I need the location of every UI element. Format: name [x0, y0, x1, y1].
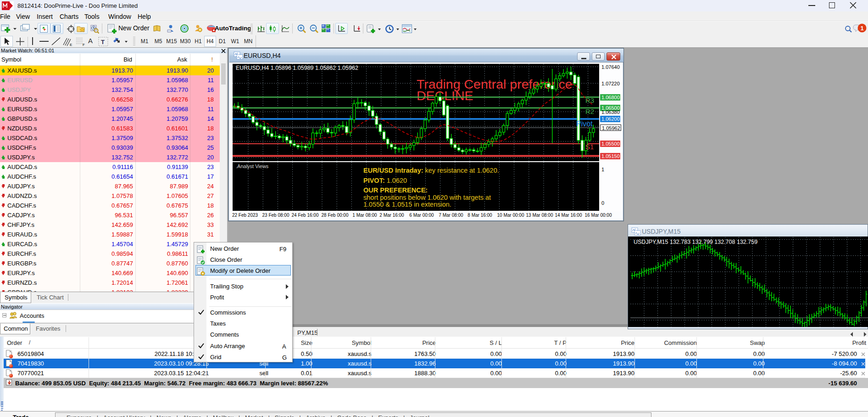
svg-text:short positions below 1.0620 w: short positions below 1.0620 with target… — [363, 194, 491, 201]
svg-text:E: E — [70, 43, 72, 46]
svg-text:1: 1 — [860, 25, 863, 32]
svg-text:S1: S1 — [585, 143, 594, 151]
svg-text:.Analyst Views: .Analyst Views — [236, 163, 269, 169]
svg-text:EURUSD,H4 1.05896 1.05989 1.0: EURUSD,H4 1.05896 1.05989 1.05862 1.0596… — [236, 65, 358, 71]
svg-text:T: T — [101, 39, 105, 45]
svg-text:OUR PREFERENCE:: OUR PREFERENCE: — [363, 186, 428, 194]
svg-text:R2: R2 — [585, 107, 594, 115]
svg-text:EUR/USD Intraday: key resista: EUR/USD Intraday: key resistance at 1.06… — [363, 167, 499, 174]
svg-text:F: F — [83, 43, 85, 46]
svg-text:R3: R3 — [585, 96, 594, 104]
svg-text:1.0550 & 1.0515 in extension.: 1.0550 & 1.0515 in extension. — [363, 201, 451, 208]
svg-text:USDJPY,M15 132.783 132.799 13: USDJPY,M15 132.783 132.799 132.708 132.7… — [634, 239, 757, 245]
svg-text:Pivot: Pivot — [576, 120, 593, 128]
svg-text:PIVOT: 1.0620: PIVOT: 1.0620 — [363, 177, 407, 184]
